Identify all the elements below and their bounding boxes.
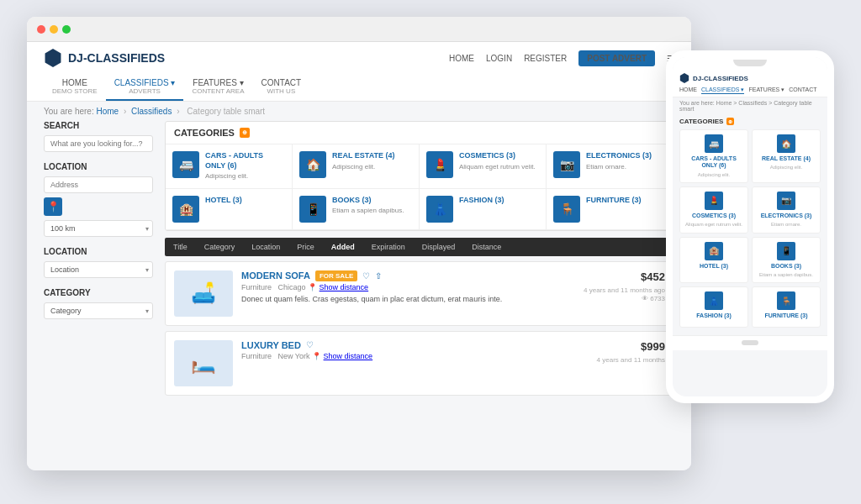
sidebar-category-section: CATEGORY Category xyxy=(44,288,153,319)
location-pin-button[interactable]: 📍 xyxy=(44,197,62,216)
listing-share-icon-1[interactable]: ⇧ xyxy=(375,271,382,281)
sidebar-location-title: LOCATION xyxy=(44,162,153,171)
sidebar-search-section: SEARCH xyxy=(44,121,153,152)
listing-title-2[interactable]: LUXURY BED xyxy=(241,340,301,350)
category-item-2[interactable]: 💄 COSMETICS (3) Aliquam eget rutrum veli… xyxy=(420,144,547,189)
sidebar-location-section: LOCATION 📍 100 km 50 km 200 km xyxy=(44,162,153,237)
browser-chrome xyxy=(27,17,691,42)
category-item-0[interactable]: 🚐 CARS - ADULTS ONLY (6) Adipiscing elit… xyxy=(166,144,293,189)
phone-category-item-1[interactable]: 🏠 REAL ESTATE (4) Adipiscing elit. xyxy=(752,129,821,183)
show-distance-1[interactable]: Show distance xyxy=(320,283,369,291)
address-input[interactable] xyxy=(44,176,153,193)
cat-info-4: HOTEL (3) xyxy=(205,196,242,207)
phone-cat-icon-6: 👗 xyxy=(705,291,723,310)
category-select[interactable]: Category xyxy=(44,302,153,319)
breadcrumb-classifieds[interactable]: Classifieds xyxy=(131,107,172,116)
phone-nav-features[interactable]: FEATURES ▾ xyxy=(748,87,784,94)
eye-icon-1: 👁 xyxy=(642,295,650,302)
main-layout: SEARCH LOCATION 📍 100 km 50 km 200 km xyxy=(27,121,691,409)
phone-logo-text: DJ-CLASSIFIEDS xyxy=(693,75,748,82)
listing-meta-2: Furniture New York 📍 Show distance xyxy=(241,352,589,360)
listing-body-2: LUXURY BED ♡ Furniture New York 📍 Show d… xyxy=(241,340,589,363)
screenshot-wrapper: DJ-CLASSIFIEDS HOME LOGIN REGISTER POST … xyxy=(27,17,834,487)
nav-login[interactable]: LOGIN xyxy=(486,54,512,63)
sidebar-search-title: SEARCH xyxy=(44,121,153,130)
location-select[interactable]: Location xyxy=(44,261,153,278)
col-distance: Distance xyxy=(472,243,501,251)
listing-category-1: Furniture xyxy=(241,283,272,291)
category-item-5[interactable]: 📱 BOOKS (3) Etiam a sapien dapibus. xyxy=(293,189,420,230)
categories-grid: 🚐 CARS - ADULTS ONLY (6) Adipiscing elit… xyxy=(166,144,673,230)
phone-category-item-2[interactable]: 💄 COSMETICS (3) Aliquam eget rutrum veli… xyxy=(679,186,748,234)
phone-category-item-7[interactable]: 🪑 FURNITURE (3) xyxy=(752,286,821,327)
nav-register[interactable]: REGISTER xyxy=(524,54,567,63)
phone-cat-name-2: COSMETICS (3) xyxy=(692,213,736,219)
cat-info-1: REAL ESTATE (4) Adipiscing elit. xyxy=(332,151,395,171)
sidebar-location2-title: LOCATION xyxy=(44,247,153,256)
cat-desc-3: Etiam ornare. xyxy=(586,163,652,171)
header-top: DJ-CLASSIFIEDS HOME LOGIN REGISTER POST … xyxy=(44,42,674,71)
listing-meta-1: Furniture Chicago 📍 Show distance xyxy=(241,283,575,291)
phone-breadcrumb: You are here: Home > Classifieds > Categ… xyxy=(673,97,827,114)
site-header: DJ-CLASSIFIEDS HOME LOGIN REGISTER POST … xyxy=(27,42,691,102)
nav-features-sub: CONTENT AREA xyxy=(192,87,244,95)
distance-select[interactable]: 100 km 50 km 200 km xyxy=(44,220,153,237)
phone-cat-icon-4: 🏨 xyxy=(705,242,723,260)
show-distance-2[interactable]: Show distance xyxy=(324,352,373,360)
category-item-7[interactable]: 🪑 FURNITURE (3) xyxy=(547,189,673,230)
phone-notch xyxy=(733,60,767,66)
category-item-1[interactable]: 🏠 REAL ESTATE (4) Adipiscing elit. xyxy=(293,144,420,189)
listing-price-2: $999 xyxy=(597,340,665,353)
nav-classifieds[interactable]: CLASSIFIEDS ▾ ADVERTS xyxy=(106,74,184,101)
listing-views-1: 👁 6733 xyxy=(584,295,665,302)
col-category: Category xyxy=(204,243,235,251)
logo: DJ-CLASSIFIEDS xyxy=(44,49,165,67)
listing-city-1: Chicago xyxy=(278,283,306,291)
phone-cat-desc-3: Etiam ornare. xyxy=(771,222,801,228)
phone-category-item-0[interactable]: 🚐 CARS - ADULTS ONLY (6) Adipiscing elit… xyxy=(679,129,748,183)
phone-nav-classifieds[interactable]: CLASSIFIEDS ▾ xyxy=(701,87,744,94)
phone-category-item-5[interactable]: 📱 BOOKS (3) Etiam a sapien dapibus. xyxy=(752,237,821,284)
phone-cat-icon-7: 🪑 xyxy=(777,291,795,310)
cat-icon-4: 🏨 xyxy=(172,196,199,223)
phone-cat-icon-3: 📷 xyxy=(777,192,795,210)
post-advert-button[interactable]: POST ADVERT xyxy=(578,50,655,66)
nav-home[interactable]: HOME DEMO STORE xyxy=(44,74,106,101)
cat-name-4: HOTEL (3) xyxy=(205,196,242,206)
nav-home-top[interactable]: HOME xyxy=(449,54,474,63)
categories-header: CATEGORIES ⊕ xyxy=(166,122,673,144)
phone-category-item-3[interactable]: 📷 ELECTRONICS (3) Etiam ornare. xyxy=(752,186,821,234)
cat-info-5: BOOKS (3) Etiam a sapien dapibus. xyxy=(332,196,404,216)
phone-nav-contact[interactable]: CONTACT xyxy=(789,87,816,94)
nav-classifieds-label: CLASSIFIEDS ▾ xyxy=(114,78,176,87)
phone-category-item-6[interactable]: 👗 FASHION (3) xyxy=(679,286,748,327)
listing-title-1[interactable]: MODERN SOFA xyxy=(241,270,310,281)
location-icon-1: 📍 xyxy=(308,283,320,291)
nav-features[interactable]: FEATURES ▾ CONTENT AREA xyxy=(183,74,252,101)
listing-body-1: MODERN SOFA FOR SALE ♡ ⇧ Furniture Chica… xyxy=(241,270,575,305)
nav-contact[interactable]: CONTACT WITH US xyxy=(253,74,310,101)
search-input[interactable] xyxy=(44,135,153,152)
cat-info-6: FASHION (3) xyxy=(459,196,504,207)
nav-home-sub: DEMO STORE xyxy=(52,87,98,95)
cat-name-3: ELECTRONICS (3) xyxy=(586,151,652,161)
listing-time-2: 4 years and 11 months xyxy=(597,355,665,365)
browser-dots xyxy=(37,25,71,34)
categories-box: CATEGORIES ⊕ 🚐 CARS - ADULTS ONLY (6) Ad… xyxy=(165,121,674,231)
sidebar-category-title: CATEGORY xyxy=(44,288,153,297)
sidebar: SEARCH LOCATION 📍 100 km 50 km 200 km xyxy=(44,121,153,401)
phone-home-button[interactable] xyxy=(742,340,758,345)
sidebar-location2-section: LOCATION Location xyxy=(44,247,153,278)
phone-cat-name-7: FURNITURE (3) xyxy=(765,312,808,319)
listing-heart-icon-2[interactable]: ♡ xyxy=(306,340,314,349)
category-item-4[interactable]: 🏨 HOTEL (3) xyxy=(166,189,293,230)
breadcrumb-home[interactable]: Home xyxy=(96,107,119,116)
phone-nav-home[interactable]: HOME xyxy=(679,87,697,94)
phone-category-item-4[interactable]: 🏨 HOTEL (3) xyxy=(679,237,748,284)
cat-name-0: CARS - ADULTS ONLY (6) xyxy=(205,151,285,171)
listing-heart-icon-1[interactable]: ♡ xyxy=(362,271,370,281)
category-item-3[interactable]: 📷 ELECTRONICS (3) Etiam ornare. xyxy=(547,144,673,189)
cat-desc-1: Adipiscing elit. xyxy=(332,163,395,171)
browser-content: DJ-CLASSIFIEDS HOME LOGIN REGISTER POST … xyxy=(27,42,691,470)
category-item-6[interactable]: 👗 FASHION (3) xyxy=(420,189,547,230)
